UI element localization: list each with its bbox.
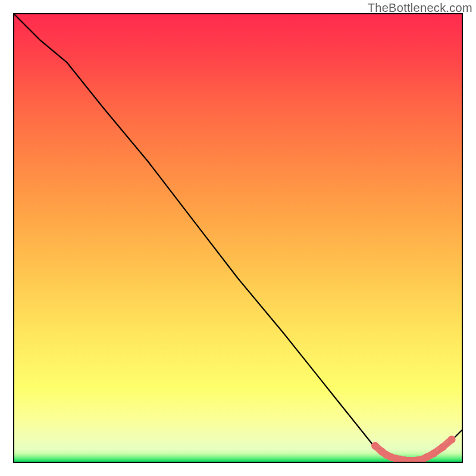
chart-gradient-background — [13, 13, 463, 463]
attribution-text: TheBottleneck.com — [368, 1, 472, 15]
chart-container: TheBottleneck.com — [0, 0, 476, 476]
